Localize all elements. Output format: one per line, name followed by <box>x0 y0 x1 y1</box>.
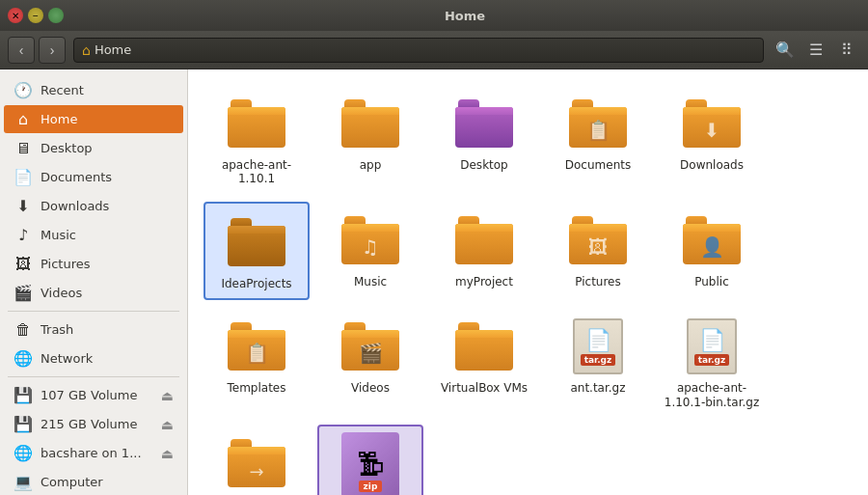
minimize-button[interactable]: − <box>28 8 43 23</box>
sidebar-label-network: Network <box>41 351 93 366</box>
file-label-apache-tar: apache-ant-1.10.1-bin.tar.gz <box>663 381 761 409</box>
sidebar-label-bacshare: bacshare on 1... <box>41 446 142 460</box>
file-item-videos[interactable]: 🎬 Videos <box>317 308 423 417</box>
sidebar-item-vol107[interactable]: 💾 107 GB Volume ⏏ <box>4 381 183 409</box>
back-button[interactable]: ‹ <box>8 37 35 64</box>
music-overlay: ♫ <box>362 235 379 259</box>
folder-templates: 📋 <box>228 322 285 371</box>
sidebar-label-documents: Documents <box>41 170 112 184</box>
file-label-myproject: myProject <box>455 275 513 289</box>
search-button[interactable]: 🔍 <box>772 37 799 64</box>
folder-icon-wrap-desktop <box>453 93 515 154</box>
file-item-desktop[interactable]: Desktop <box>431 85 537 194</box>
videos-icon: 🎬 <box>14 284 33 302</box>
tgz-icon-apache: 📄 tar.gz <box>687 318 737 374</box>
location-bar[interactable]: ⌂ Home <box>73 38 764 63</box>
folder-icon-wrap-app <box>339 93 401 154</box>
pictures-icon: 🖼 <box>14 255 33 273</box>
music-icon: ♪ <box>14 226 33 244</box>
eject-vol215-button[interactable]: ⏏ <box>161 417 174 432</box>
sidebar-item-documents[interactable]: 📄 Documents <box>4 163 183 191</box>
file-label-desktop: Desktop <box>460 158 508 172</box>
sidebar-label-home: Home <box>41 112 77 126</box>
pictures-overlay: 🖼 <box>588 235 608 259</box>
sidebar-item-home[interactable]: ⌂ Home <box>4 105 183 133</box>
grid-view-button[interactable]: ⠿ <box>833 37 860 64</box>
folder-icon-wrap-examples: → <box>226 432 287 494</box>
toolbar: ‹ › ⌂ Home 🔍 ☰ ⠿ <box>0 31 868 69</box>
file-label-ant-tar: ant.tar.gz <box>570 381 625 395</box>
file-item-ant-tar[interactable]: 📄 tar.gz ant.tar.gz <box>545 308 651 417</box>
folder-body <box>455 107 513 148</box>
recent-icon: 🕐 <box>14 81 33 99</box>
folder-body: ⬇ <box>683 107 741 148</box>
file-label-app: app <box>360 158 382 172</box>
list-view-button[interactable]: ☰ <box>802 37 829 64</box>
sidebar-item-trash[interactable]: 🗑 Trash <box>4 316 183 344</box>
file-item-apache-tar[interactable]: 📄 tar.gz apache-ant-1.10.1-bin.tar.gz <box>659 308 765 417</box>
file-item-ideaprojects-zip[interactable]: 🗜 zip IdeaProjects.zip <box>317 425 423 495</box>
file-item-examples[interactable]: → Examples <box>203 425 310 495</box>
file-item-downloads[interactable]: ⬇ Downloads <box>659 85 765 194</box>
sidebar-item-music[interactable]: ♪ Music <box>4 221 183 249</box>
eject-bacshare-button[interactable]: ⏏ <box>161 446 174 461</box>
folder-body <box>228 107 285 148</box>
file-label-pictures: Pictures <box>575 275 621 289</box>
folder-icon-wrap-public: 👤 <box>681 209 743 271</box>
vol107-icon: 💾 <box>14 386 33 404</box>
sidebar-item-downloads[interactable]: ⬇ Downloads <box>4 192 183 220</box>
sidebar-item-desktop[interactable]: 🖥 Desktop <box>4 134 183 162</box>
sidebar: 🕐 Recent ⌂ Home 🖥 Desktop 📄 Documents ⬇ … <box>0 69 188 495</box>
downloads-overlay: ⬇ <box>704 119 720 142</box>
sidebar-label-videos: Videos <box>41 286 82 300</box>
file-label-public: Public <box>694 275 729 289</box>
close-button[interactable]: ✕ <box>8 8 23 23</box>
sidebar-label-recent: Recent <box>41 83 84 97</box>
file-item-documents[interactable]: 📋 Documents <box>545 85 651 194</box>
file-item-ideaprojects[interactable]: IdeaProjects <box>203 202 310 300</box>
examples-overlay: → <box>249 461 263 481</box>
vol215-icon: 💾 <box>14 415 33 433</box>
folder-body <box>341 107 399 148</box>
folder-desktop <box>455 99 513 148</box>
sidebar-item-vol215[interactable]: 💾 215 GB Volume ⏏ <box>4 410 183 438</box>
tgz-label: tar.gz <box>694 354 730 366</box>
file-item-pictures[interactable]: 🖼 Pictures <box>545 202 651 300</box>
sidebar-item-computer[interactable]: 💻 Computer <box>4 468 183 495</box>
file-item-templates[interactable]: 📋 Templates <box>203 308 310 417</box>
file-item-music[interactable]: ♫ Music <box>317 202 423 300</box>
tgz-icon-symbol: 📄 <box>699 328 725 352</box>
window-title: Home <box>69 9 860 23</box>
tgz-icon-ant: 📄 tar.gz <box>573 318 623 374</box>
file-item-myproject[interactable]: myProject <box>431 202 537 300</box>
file-label-documents: Documents <box>565 158 631 172</box>
forward-button[interactable]: › <box>39 37 66 64</box>
zip-badge: zip <box>359 481 383 492</box>
folder-icon-wrap-documents: 📋 <box>567 93 629 154</box>
file-item-app[interactable]: app <box>317 85 423 194</box>
folder-myproject <box>455 216 513 264</box>
sidebar-item-recent[interactable]: 🕐 Recent <box>4 76 183 104</box>
file-item-apache-ant[interactable]: apache-ant-1.10.1 <box>203 85 310 194</box>
main-layout: 🕐 Recent ⌂ Home 🖥 Desktop 📄 Documents ⬇ … <box>0 69 868 495</box>
folder-icon-wrap-music: ♫ <box>339 209 401 271</box>
maximize-button[interactable] <box>48 8 64 23</box>
folder-body: 📋 <box>569 107 627 148</box>
sidebar-item-videos[interactable]: 🎬 Videos <box>4 279 183 307</box>
home-sidebar-icon: ⌂ <box>14 110 33 128</box>
folder-examples: → <box>228 439 285 487</box>
file-label-ideaprojects: IdeaProjects <box>221 277 291 290</box>
file-item-virtualbox[interactable]: VirtualBox VMs <box>431 308 537 417</box>
eject-vol107-button[interactable]: ⏏ <box>161 388 174 403</box>
bacshare-icon: 🌐 <box>14 444 33 462</box>
toolbar-right: 🔍 ☰ ⠿ <box>772 37 860 64</box>
sidebar-item-bacshare[interactable]: 🌐 bacshare on 1... ⏏ <box>4 439 183 467</box>
file-item-public[interactable]: 👤 Public <box>659 202 765 300</box>
folder-app <box>341 99 399 148</box>
templates-overlay: 📋 <box>245 342 269 365</box>
sidebar-item-pictures[interactable]: 🖼 Pictures <box>4 250 183 278</box>
network-icon: 🌐 <box>14 349 33 368</box>
trash-icon: 🗑 <box>14 320 33 339</box>
sidebar-item-network[interactable]: 🌐 Network <box>4 344 183 372</box>
file-label-virtualbox: VirtualBox VMs <box>441 381 528 395</box>
